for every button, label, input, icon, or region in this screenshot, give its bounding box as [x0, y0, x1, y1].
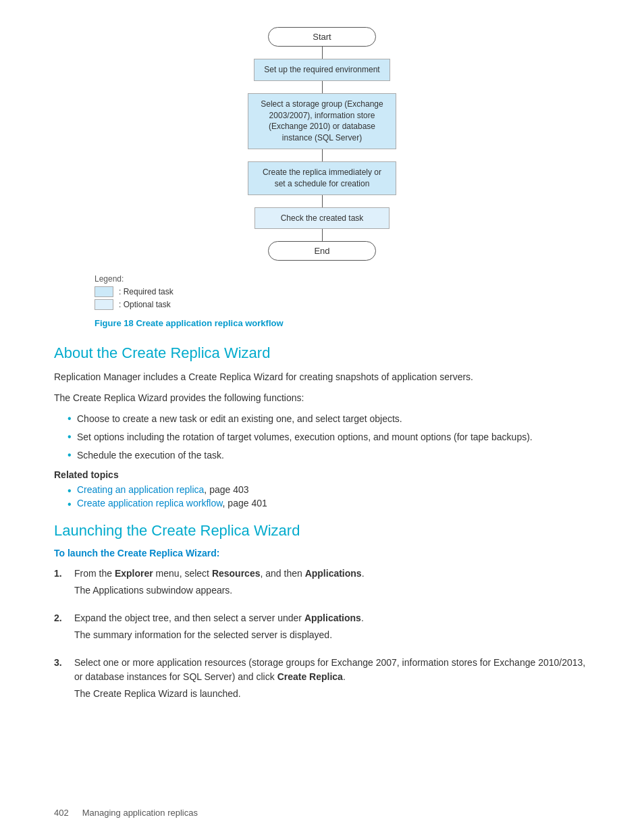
step-note-1: The Applications subwindow appears.	[74, 583, 590, 598]
bullet-item: Set options including the rotation of ta…	[68, 430, 590, 444]
step-2: 2. Expand the object tree, and then sele…	[54, 611, 590, 646]
flowchart: Start Set up the required environment Se…	[54, 27, 590, 261]
bullet-item: Choose to create a new task or edit an e…	[68, 412, 590, 426]
bullet-item: Schedule the execution of the task.	[68, 448, 590, 463]
legend-optional-box	[95, 299, 113, 310]
legend-optional: : Optional task	[95, 299, 590, 310]
step-number-2: 2.	[54, 611, 66, 646]
legend-required: : Required task	[95, 286, 590, 297]
page-footer: 402 Managing application replicas	[54, 808, 198, 818]
section2-sub-heading: To launch the Create Replica Wizard:	[54, 548, 590, 558]
flow-box-4: Check the created task	[254, 207, 390, 230]
legend-title: Legend:	[95, 274, 590, 284]
section-about: About the Create Replica Wizard Replicat…	[54, 344, 590, 509]
connector	[322, 47, 323, 59]
connector	[322, 229, 323, 241]
link-item: Creating an application replica, page 40…	[68, 484, 590, 495]
step-instruction-3: Select one or more application resources…	[74, 657, 585, 682]
flow-box-2: Select a storage group (Exchange 2003/20…	[248, 93, 396, 149]
section2-heading: Launching the Create Replica Wizard	[54, 522, 590, 540]
legend-required-box	[95, 286, 113, 297]
step-note-3: The Create Replica Wizard is launched.	[74, 687, 590, 701]
steps-list: 1. From the Explorer menu, select Resour…	[54, 567, 590, 705]
figure-caption: Figure 18 Create application replica wor…	[95, 318, 590, 328]
section-launching: Launching the Create Replica Wizard To l…	[54, 522, 590, 705]
link-workflow[interactable]: Create application replica workflow	[77, 498, 223, 509]
step-1: 1. From the Explorer menu, select Resour…	[54, 567, 590, 602]
connector	[322, 81, 323, 93]
step-number-1: 1.	[54, 567, 66, 602]
step-instruction-2: Expand the object tree, and then select …	[74, 613, 364, 623]
section1-intro2: The Create Replica Wizard provides the f…	[54, 391, 590, 405]
step-content-2: Expand the object tree, and then select …	[74, 611, 590, 646]
legend-optional-label: : Optional task	[119, 300, 171, 309]
flow-box-1: Set up the required environment	[254, 59, 390, 81]
flow-end: End	[268, 241, 376, 261]
section1-bullets: Choose to create a new task or edit an e…	[68, 412, 590, 463]
step-content-1: From the Explorer menu, select Resources…	[74, 567, 590, 602]
link-page-2: page 401	[227, 498, 267, 509]
step-instruction-1: From the Explorer menu, select Resources…	[74, 568, 365, 579]
footer-text: Managing application replicas	[82, 808, 198, 818]
page-number: 402	[54, 808, 69, 818]
legend: Legend: : Required task : Optional task	[95, 274, 590, 310]
section1-heading: About the Create Replica Wizard	[54, 344, 590, 362]
flow-start: Start	[268, 27, 376, 47]
step-number-3: 3.	[54, 656, 66, 705]
flow-box-3: Create the replica immediately or set a …	[248, 161, 396, 195]
link-page-1: page 403	[209, 484, 248, 495]
link-item: Create application replica workflow, pag…	[68, 498, 590, 509]
link-creating[interactable]: Creating an application replica	[77, 484, 204, 495]
connector	[322, 195, 323, 207]
step-content-3: Select one or more application resources…	[74, 656, 590, 705]
section1-intro1: Replication Manager includes a Create Re…	[54, 370, 590, 384]
step-note-2: The summary information for the selected…	[74, 628, 590, 642]
connector	[322, 149, 323, 161]
related-topics-heading: Related topics	[54, 469, 590, 480]
related-links: Creating an application replica, page 40…	[68, 484, 590, 509]
legend-required-label: : Required task	[119, 287, 173, 296]
step-3: 3. Select one or more application resour…	[54, 656, 590, 705]
